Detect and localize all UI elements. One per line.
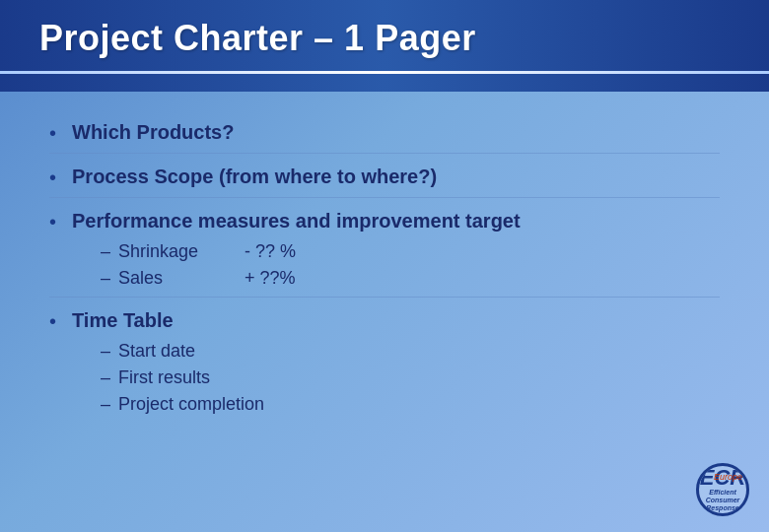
title-bar: Project Charter – 1 Pager bbox=[0, 0, 769, 92]
bullet-label-performance: Performance measures and improvement tar… bbox=[72, 210, 521, 233]
bullet-dot-2: • bbox=[49, 166, 56, 189]
dash-start: – bbox=[101, 341, 110, 362]
sub-item-sales: – Sales + ??% bbox=[101, 266, 720, 291]
slide: Project Charter – 1 Pager • Which Produc… bbox=[0, 0, 769, 532]
sub-item-shrinkage: – Shrinkage - ?? % bbox=[101, 239, 720, 264]
project-completion-label: Project completion bbox=[118, 394, 264, 415]
content-area: • Which Products? • Process Scope (from … bbox=[0, 92, 769, 532]
bullet-label-scope: Process Scope (from where to where?) bbox=[72, 166, 437, 188]
performance-sub-items: – Shrinkage - ?? % – Sales + ??% bbox=[49, 239, 720, 291]
logo-circle: ECR Europe EfficientConsumerResponse bbox=[696, 463, 749, 516]
bullet-label-products: Which Products? bbox=[72, 121, 234, 144]
divider-2 bbox=[49, 197, 720, 198]
dash-sales: – bbox=[101, 268, 110, 289]
start-date-label: Start date bbox=[118, 341, 237, 362]
bullet-timetable: • Time Table bbox=[49, 299, 720, 339]
bullet-performance: • Performance measures and improvement t… bbox=[49, 200, 720, 239]
shrinkage-value: - ?? % bbox=[245, 241, 296, 262]
bullet-dot-4: • bbox=[49, 310, 56, 333]
bullet-products: • Which Products? bbox=[49, 111, 720, 151]
sub-item-project-completion: – Project completion bbox=[101, 392, 720, 417]
sub-item-start-date: – Start date bbox=[101, 339, 720, 364]
sales-label: Sales bbox=[118, 268, 237, 289]
dash-first-results: – bbox=[101, 367, 110, 388]
divider-3 bbox=[49, 297, 720, 298]
first-results-label: First results bbox=[118, 367, 237, 388]
bullet-label-timetable: Time Table bbox=[72, 309, 174, 332]
shrinkage-label: Shrinkage bbox=[118, 241, 237, 262]
dash-completion: – bbox=[101, 394, 110, 415]
logo-europe-tag: Europe bbox=[714, 472, 742, 482]
timetable-sub-items: – Start date – First results – Project c… bbox=[49, 339, 720, 417]
divider-1 bbox=[49, 153, 720, 154]
bullet-dot-3: • bbox=[49, 211, 56, 233]
dash-shrinkage: – bbox=[101, 241, 110, 262]
logo-tagline: EfficientConsumerResponse bbox=[706, 489, 740, 511]
slide-title: Project Charter – 1 Pager bbox=[39, 18, 476, 58]
sales-value: + ??% bbox=[245, 268, 296, 289]
bullet-scope: • Process Scope (from where to where?) bbox=[49, 156, 720, 195]
sub-item-first-results: – First results bbox=[101, 366, 720, 390]
ecr-logo: ECR Europe EfficientConsumerResponse bbox=[696, 463, 749, 516]
bullet-dot-1: • bbox=[49, 122, 56, 145]
